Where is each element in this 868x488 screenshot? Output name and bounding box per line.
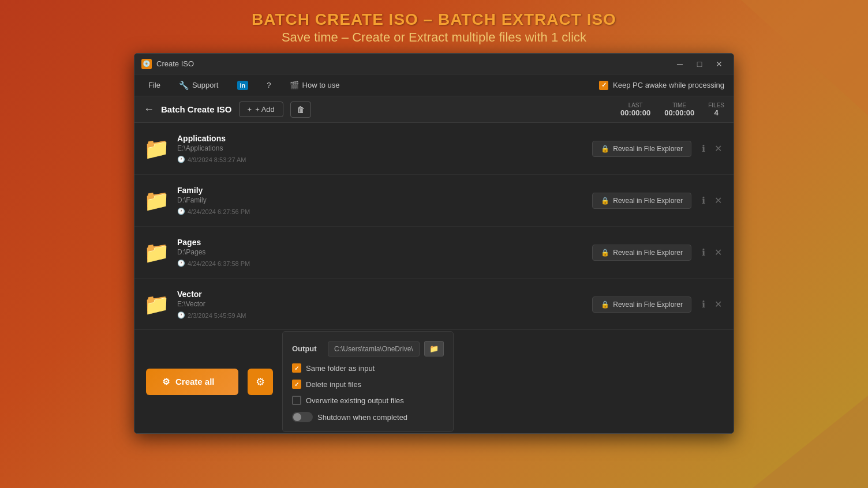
menu-support[interactable]: 🔧 Support [174, 78, 223, 92]
create-icon: ⚙ [162, 377, 170, 387]
file-date: 🕐 2/3/2024 5:45:59 AM [177, 311, 584, 319]
clock-icon: 🕐 [177, 260, 185, 267]
row-actions: ℹ ✕ [699, 193, 724, 208]
toolbar: ← Batch Create ISO + + Add 🗑 Last 00:00:… [134, 96, 734, 123]
bg-decoration-top [741, 0, 868, 115]
bottom-bar: ⚙ Create all ⚙ Output C:\Users\tamla\One… [134, 329, 734, 433]
file-path: D:\Family [177, 196, 584, 204]
clock-icon: 🕐 [177, 156, 185, 163]
table-row: 📁 Applications E:\Applications 🕐 4/9/202… [134, 123, 734, 175]
file-path: D:\Pages [177, 248, 584, 256]
table-row: 📁 Vector E:\Vector 🕐 2/3/2024 5:45:59 AM… [134, 279, 734, 329]
title-bar: 💿 Create ISO ─ □ ✕ [134, 54, 734, 74]
remove-button[interactable]: ✕ [712, 245, 724, 260]
menu-file[interactable]: File [144, 78, 165, 92]
output-panel: Output C:\Users\tamla\OneDrive\ 📁 Same f… [282, 331, 454, 432]
stat-last: Last 00:00:00 [620, 102, 650, 117]
header-subtitle: Save time – Create or Extract multiple f… [252, 30, 616, 45]
close-button[interactable]: ✕ [712, 58, 727, 70]
lock-icon: 🔒 [601, 197, 609, 205]
menu-help[interactable]: ? [262, 78, 275, 92]
folder-icon: 📁 [144, 292, 170, 317]
gear-icon: ⚙ [256, 376, 265, 388]
keep-awake-checkbox[interactable] [599, 81, 608, 90]
overwrite-checkbox[interactable] [292, 396, 301, 405]
file-date: 🕐 4/24/2024 6:37:58 PM [177, 260, 584, 267]
output-label: Output [292, 344, 323, 353]
row-actions: ℹ ✕ [699, 141, 724, 156]
trash-icon: 🗑 [297, 105, 305, 114]
delete-button[interactable]: 🗑 [290, 102, 311, 118]
folder-icon-wrap-2: 📁 [144, 240, 169, 265]
file-path: E:\Vector [177, 300, 584, 308]
row-actions: ℹ ✕ [699, 296, 724, 312]
folder-icon: 📁 [144, 189, 170, 213]
clock-icon: 🕐 [177, 208, 185, 215]
bg-decoration-bottom [753, 396, 868, 488]
file-name: Vector [177, 290, 584, 299]
file-info-2: Pages D:\Pages 🕐 4/24/2024 6:37:58 PM [177, 238, 584, 267]
delete-input-checkbox[interactable] [292, 380, 301, 389]
file-path: E:\Applications [177, 144, 584, 152]
row-actions: ℹ ✕ [699, 245, 724, 260]
add-icon: + [248, 105, 252, 114]
lock-icon: 🔒 [601, 301, 609, 309]
shutdown-toggle[interactable] [292, 412, 313, 422]
remove-button[interactable]: ✕ [712, 296, 724, 312]
keep-awake-label: Keep PC awake while processing [613, 81, 724, 89]
window-controls: ─ □ ✕ [672, 58, 727, 70]
folder-browse-icon: 📁 [429, 344, 439, 353]
maximize-button[interactable]: □ [692, 58, 707, 70]
remove-button[interactable]: ✕ [712, 193, 724, 208]
minimize-button[interactable]: ─ [672, 58, 687, 70]
add-button[interactable]: + + Add [239, 102, 283, 117]
table-row: 📁 Family D:\Family 🕐 4/24/2024 6:27:56 P… [134, 175, 734, 227]
header-area: BATCH CREATE ISO – BATCH EXTRACT ISO Sav… [252, 0, 616, 53]
menu-how-to-use[interactable]: 🎬 How to use [285, 78, 345, 92]
settings-button[interactable]: ⚙ [248, 369, 273, 395]
reveal-button[interactable]: 🔒 Reveal in File Explorer [592, 245, 691, 261]
stat-time: Time 00:00:00 [664, 102, 694, 117]
clock-icon: 🕐 [177, 311, 185, 319]
window-title: Create ISO [156, 59, 672, 68]
stats-area: Last 00:00:00 Time 00:00:00 Files 4 [620, 102, 724, 117]
info-button[interactable]: ℹ [699, 141, 708, 156]
lock-icon: 🔒 [601, 249, 609, 257]
file-list: 📁 Applications E:\Applications 🕐 4/9/202… [134, 123, 734, 329]
file-date: 🕐 4/9/2024 8:53:27 AM [177, 156, 584, 163]
lock-icon: 🔒 [601, 145, 609, 153]
shutdown-label: Shutdown when completed [317, 413, 407, 422]
table-row: 📁 Pages D:\Pages 🕐 4/24/2024 6:37:58 PM … [134, 227, 734, 279]
same-folder-option: Same folder as input [292, 363, 444, 373]
browse-button[interactable]: 📁 [424, 341, 444, 356]
delete-input-label: Delete input files [306, 380, 361, 389]
reveal-button[interactable]: 🔒 Reveal in File Explorer [592, 296, 691, 313]
back-button[interactable]: ← [144, 103, 154, 115]
same-folder-checkbox[interactable] [292, 363, 301, 373]
folder-icon-wrap-0: 📁 [144, 136, 169, 162]
folder-icon-wrap-1: 📁 [144, 188, 169, 213]
reveal-button[interactable]: 🔒 Reveal in File Explorer [592, 193, 691, 209]
file-info-1: Family D:\Family 🕐 4/24/2024 6:27:56 PM [177, 186, 584, 215]
file-name: Family [177, 186, 584, 195]
info-button[interactable]: ℹ [699, 193, 708, 208]
menu-bar: File 🔧 Support in ? 🎬 How to use Keep PC… [134, 74, 734, 96]
info-button[interactable]: ℹ [699, 296, 708, 312]
reveal-button[interactable]: 🔒 Reveal in File Explorer [592, 141, 691, 157]
folder-icon: 📁 [144, 137, 170, 161]
stat-files: Files 4 [708, 102, 724, 117]
output-path-field[interactable]: C:\Users\tamla\OneDrive\ [328, 341, 420, 356]
remove-button[interactable]: ✕ [712, 141, 724, 156]
file-info-3: Vector E:\Vector 🕐 2/3/2024 5:45:59 AM [177, 290, 584, 319]
info-button[interactable]: ℹ [699, 245, 708, 260]
folder-icon: 📁 [144, 241, 170, 265]
header-title: BATCH CREATE ISO – BATCH EXTRACT ISO [252, 10, 616, 29]
keep-awake-area: Keep PC awake while processing [599, 81, 724, 90]
file-info-0: Applications E:\Applications 🕐 4/9/2024 … [177, 134, 584, 163]
menu-linkedin[interactable]: in [233, 78, 253, 92]
create-all-button[interactable]: ⚙ Create all [146, 369, 238, 395]
file-date: 🕐 4/24/2024 6:27:56 PM [177, 208, 584, 215]
app-window: 💿 Create ISO ─ □ ✕ File 🔧 Support in ? 🎬… [134, 53, 734, 434]
overwrite-option: Overwrite existing output files [292, 396, 444, 405]
back-icon: ← [144, 103, 154, 115]
